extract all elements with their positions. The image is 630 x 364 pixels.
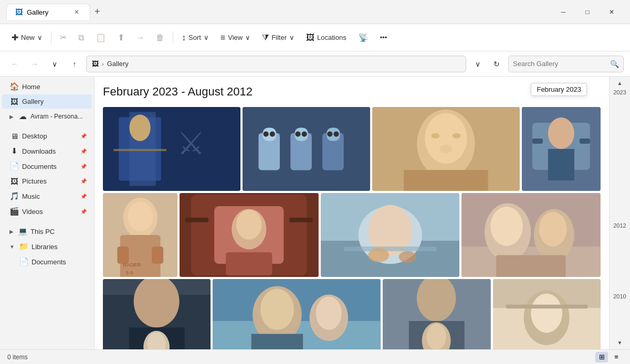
photo-3[interactable] <box>372 107 520 191</box>
sidebar-item-videos[interactable]: 🎬 Videos 📌 <box>2 204 92 219</box>
timeline-down-button[interactable]: ▼ <box>616 338 624 347</box>
search-input[interactable] <box>513 60 607 68</box>
list-view-button[interactable]: ≡ <box>610 352 623 362</box>
sidebar-item-documents[interactable]: 📄 Documents 📌 <box>2 159 92 174</box>
svg-text:BADER: BADER <box>123 262 141 267</box>
sidebar-label-downloads: Downloads <box>22 147 56 155</box>
photo-5[interactable]: BADER 5 6 <box>103 193 177 277</box>
locations-button[interactable]: 🖼 Locations <box>301 28 352 47</box>
cast-button[interactable]: 📡 <box>353 28 374 47</box>
refresh-button[interactable]: ↻ <box>488 56 505 72</box>
filter-button[interactable]: ⧩ Filter ∨ <box>257 28 300 47</box>
maximize-button[interactable]: □ <box>575 4 600 20</box>
tab-close-button[interactable]: ✕ <box>72 7 81 17</box>
sidebar-item-downloads[interactable]: ⬇ Downloads 📌 <box>2 144 92 158</box>
photo-8[interactable] <box>461 193 601 277</box>
svg-point-60 <box>539 212 567 247</box>
documents-icon: 📄 <box>9 162 19 171</box>
photo-grid: ⚔ <box>103 107 601 349</box>
sidebar-item-libraries-docs[interactable]: 📄 Documents <box>2 254 92 269</box>
toolbar-separator-2 <box>173 31 173 44</box>
timeline-bar: ▲ 2023 2012 2010 ▼ <box>609 77 630 349</box>
svg-rect-37 <box>152 247 163 264</box>
photo-2[interactable] <box>243 107 370 191</box>
svg-point-22 <box>432 133 440 138</box>
gallery-content: February 2023 - August 2012 February 202… <box>94 77 609 349</box>
grid-view-button[interactable]: ⊞ <box>595 352 608 362</box>
view-dropdown-icon: ∨ <box>245 34 250 41</box>
more-button[interactable]: ••• <box>375 28 393 47</box>
sidebar-item-music[interactable]: 🎵 Music 📌 <box>2 189 92 204</box>
recent-locations-button[interactable]: ∨ <box>46 56 63 72</box>
close-button[interactable]: ✕ <box>600 4 624 20</box>
svg-point-74 <box>316 296 342 330</box>
sidebar-gap-2 <box>0 219 94 223</box>
view-button[interactable]: ≡ View ∨ <box>215 28 256 47</box>
photo-1[interactable]: ⚔ <box>103 107 240 191</box>
svg-rect-46 <box>185 218 208 222</box>
delete-button[interactable]: 🗑 <box>151 28 170 47</box>
up-button[interactable]: ↑ <box>66 56 83 72</box>
svg-rect-47 <box>290 218 313 222</box>
share-button[interactable]: ⬆ <box>112 28 130 47</box>
back-button[interactable]: ← <box>6 56 23 72</box>
move-to-button[interactable]: → <box>131 28 150 47</box>
address-field[interactable]: 🖼 › Gallery <box>86 56 466 72</box>
photo-7[interactable] <box>321 193 460 277</box>
timeline-year-2010[interactable]: 2010 <box>613 292 626 301</box>
photo-10[interactable]: Grandma <box>213 279 381 349</box>
photo-row-3: Grandma <box>103 279 601 349</box>
sidebar-item-gallery[interactable]: 🖼 Gallery <box>2 94 92 109</box>
svg-point-10 <box>270 132 275 137</box>
search-box[interactable]: 🔍 <box>508 56 624 72</box>
forward-button[interactable]: → <box>26 56 43 72</box>
paste-button[interactable]: 📋 <box>90 28 111 47</box>
pin-icon-downloads: 📌 <box>80 148 87 154</box>
address-dropdown-button[interactable]: ∨ <box>469 56 486 72</box>
minimize-button[interactable]: ─ <box>551 4 575 20</box>
new-tab-button[interactable]: + <box>90 4 104 19</box>
sort-dropdown-icon: ∨ <box>204 34 209 41</box>
sidebar-label-this-pc: This PC <box>30 228 55 235</box>
svg-point-9 <box>264 132 269 137</box>
timeline-year-2012[interactable]: 2012 <box>613 221 626 230</box>
photo-4[interactable] <box>522 107 601 191</box>
svg-point-18 <box>333 132 339 137</box>
sidebar-item-libraries[interactable]: ▼ 📁 Libraries <box>2 239 92 254</box>
photo-12[interactable] <box>493 279 601 349</box>
sidebar-item-this-pc[interactable]: ▶ 💻 This PC <box>2 224 92 239</box>
date-tooltip: February 2023 <box>531 83 587 96</box>
sidebar-gap-1 <box>0 124 94 129</box>
sidebar-item-pictures[interactable]: 🖼 Pictures 📌 <box>2 174 92 188</box>
svg-point-17 <box>327 132 332 137</box>
timeline-year-2023[interactable]: 2023 <box>613 88 626 97</box>
tab-title: Gallery <box>27 8 48 16</box>
cut-button[interactable]: ✂ <box>55 28 72 47</box>
sidebar-item-desktop[interactable]: 🖥 Desktop 📌 <box>2 129 92 143</box>
photo-11[interactable] <box>383 279 490 349</box>
gallery-icon: 🖼 <box>9 97 19 106</box>
expand-avram-icon: ▶ <box>9 114 14 120</box>
timeline-up-button[interactable]: ▲ <box>616 79 624 88</box>
sort-label: Sort <box>188 34 201 41</box>
svg-rect-61 <box>497 255 566 277</box>
photo-9[interactable] <box>103 279 211 349</box>
cut-icon: ✂ <box>60 33 67 42</box>
copy-button[interactable]: ⧉ <box>73 28 89 47</box>
desktop-icon: 🖥 <box>9 132 19 141</box>
sidebar-item-home[interactable]: 🏠 Home <box>2 79 92 94</box>
sidebar-item-avram[interactable]: ▶ ☁ Avram - Persona... <box>2 109 92 124</box>
videos-icon: 🎬 <box>9 207 19 216</box>
photo-6[interactable] <box>180 193 319 277</box>
svg-point-54 <box>399 251 416 263</box>
new-button[interactable]: ✚ New ∨ <box>6 28 48 47</box>
filter-icon: ⧩ <box>262 33 269 42</box>
sort-button[interactable]: ↕ Sort ∨ <box>176 28 214 47</box>
gallery-nav-icon: 🖼 <box>92 60 99 68</box>
gallery-tab[interactable]: 🖼 Gallery ✕ <box>6 4 90 20</box>
move-icon: → <box>136 33 144 42</box>
svg-point-44 <box>236 210 261 240</box>
svg-rect-45 <box>226 252 272 275</box>
view-icon: ≡ <box>220 33 225 42</box>
sidebar-label-documents: Documents <box>22 163 57 170</box>
